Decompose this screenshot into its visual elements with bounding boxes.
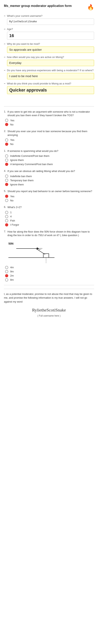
- promise-divider: [4, 285, 94, 285]
- question-3-text: If someone is spamming what would you do…: [7, 149, 94, 153]
- option-q7-2[interactable]: 2m: [4, 274, 94, 277]
- promise-section: I, as a potential moderator, promise to …: [4, 289, 94, 318]
- question-2: 2. Should you ever use your mod to ban s…: [4, 130, 94, 146]
- question-3: 1. If someone is spamming what would you…: [4, 149, 94, 166]
- field-provide: − What do you think you could provide to…: [4, 82, 94, 94]
- angle-label: 37°: [39, 248, 43, 250]
- option-q7-0[interactable]: 4m: [4, 266, 94, 269]
- force-label: 50N: [8, 242, 13, 245]
- option-q2-no[interactable]: No: [4, 142, 94, 146]
- radio-q2-no[interactable]: [5, 142, 8, 146]
- page-title: Ms_memer group moderator application for…: [4, 4, 72, 8]
- field-experience: − Do you have any previous experiences w…: [4, 69, 94, 79]
- radio-q7-1[interactable]: [5, 270, 8, 273]
- option-q4-2[interactable]: Ignore them: [4, 183, 94, 186]
- option-q6-2[interactable]: Fish: [4, 219, 94, 222]
- option-q4-0[interactable]: Indefinite ban them: [4, 174, 94, 178]
- question-6-text: What's 2+2?: [7, 206, 94, 209]
- option-q5-yes[interactable]: Yes: [4, 195, 94, 198]
- svg-rect-3: [43, 254, 49, 258]
- radio-q6-1[interactable]: [5, 215, 8, 218]
- radio-q3-1[interactable]: [5, 158, 8, 162]
- radio-q4-2[interactable]: [5, 183, 8, 186]
- radio-q3-2[interactable]: [5, 163, 8, 166]
- radio-q3-0[interactable]: [5, 154, 8, 158]
- radio-q6-0[interactable]: [5, 211, 8, 214]
- option-q4-1[interactable]: Temporary ban them: [4, 179, 94, 182]
- page: Ms_memer group moderator application for…: [0, 0, 98, 324]
- option-q7-3[interactable]: 8m: [4, 278, 94, 282]
- option-q2-yes[interactable]: Yes: [4, 138, 94, 142]
- question-1-text: If you were to get into an argument with…: [7, 110, 94, 117]
- option-q6-3[interactable]: I Forgor: [4, 223, 94, 226]
- option-q3-2[interactable]: A temporary Comment/Post ban them: [4, 163, 94, 166]
- fire-icon: 🔥: [87, 4, 94, 10]
- option-q3-0[interactable]: Indefinite Comment/Post ban them: [4, 154, 94, 158]
- field-age: − Age? 16: [4, 28, 94, 40]
- radio-q6-2[interactable]: [5, 219, 8, 222]
- radio-q2-yes[interactable]: [5, 138, 8, 142]
- answer-age: 16: [7, 32, 94, 40]
- field-active: − how often would you say you are active…: [4, 56, 94, 66]
- question-4-text: If you see an obvious alt raiding Msmg w…: [7, 170, 94, 173]
- option-q7-1[interactable]: 9m: [4, 270, 94, 273]
- answer-why-mod: So approvals are quicker: [7, 46, 94, 53]
- field-why-mod: − Why do you want to be mod? So approval…: [4, 42, 94, 53]
- radio-q4-1[interactable]: [5, 179, 8, 182]
- radio-q7-2[interactable]: [5, 274, 8, 277]
- section-divider: [4, 106, 94, 106]
- question-5-text: Should you report any bad behavior to an…: [7, 190, 94, 193]
- option-q1-yes[interactable]: Yes: [4, 119, 94, 122]
- radio-q5-yes[interactable]: [5, 195, 8, 198]
- signature-label: ( Full username here ): [4, 314, 94, 318]
- option-q3-1[interactable]: Ignore them: [4, 158, 94, 162]
- answer-username: RylietheScotiSnake: [7, 18, 94, 25]
- radio-q7-3[interactable]: [5, 278, 8, 282]
- option-q6-1[interactable]: 4: [4, 215, 94, 218]
- signature: RylietheScotiSnake: [4, 307, 94, 313]
- option-q6-0[interactable]: 1: [4, 211, 94, 214]
- question-7: 7. How far along the floor does the 50N …: [4, 230, 94, 282]
- answer-experience: I used to be mod here: [7, 73, 94, 79]
- physics-diagram: 50N 37°: [7, 239, 54, 264]
- answer-active: Everyday: [7, 60, 94, 66]
- question-5: 5. Should you report any bad behavior to…: [4, 190, 94, 202]
- radio-q5-no[interactable]: [5, 199, 8, 202]
- option-q5-no[interactable]: No: [4, 199, 94, 202]
- promise-text: I, as a potential moderator, promise to …: [4, 292, 94, 304]
- radio-q1-no[interactable]: [5, 123, 8, 126]
- header: Ms_memer group moderator application for…: [4, 4, 94, 10]
- question-1: 1. If you were to get into an argument w…: [4, 110, 94, 126]
- question-6: 6. What's 2+2? 1 4 Fish I Forgor: [4, 206, 94, 226]
- question-4: 4. If you see an obvious alt raiding Msm…: [4, 170, 94, 186]
- option-q1-no[interactable]: No: [4, 123, 94, 126]
- radio-q4-0[interactable]: [5, 174, 8, 178]
- question-7-text: How far along the floor does the 50N for…: [7, 230, 94, 237]
- radio-q7-0[interactable]: [5, 266, 8, 269]
- answer-provide: Quicker approvals: [7, 86, 94, 94]
- radio-q1-yes[interactable]: [5, 119, 8, 122]
- field-username: − What's your current username? Ryliethe…: [4, 14, 94, 25]
- radio-q6-3[interactable]: [5, 223, 8, 226]
- question-2-text: Should you ever use your mod to ban some…: [7, 130, 94, 137]
